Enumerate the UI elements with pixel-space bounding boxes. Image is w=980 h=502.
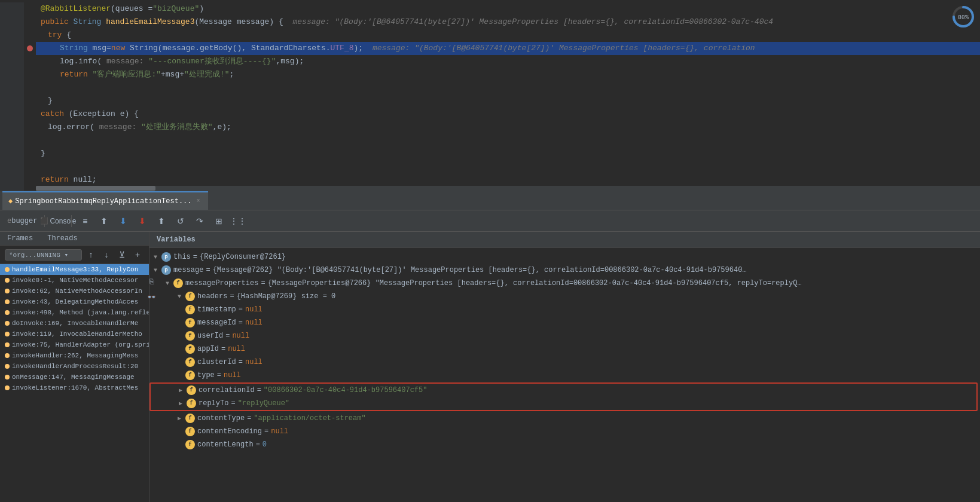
expand-toggle[interactable] <box>175 400 187 407</box>
breakpoint-area <box>24 16 36 29</box>
variable-item[interactable]: f userId = null <box>149 329 980 342</box>
progress-indicator: 80% <box>951 5 975 29</box>
tab-springboot-test[interactable]: ◆ SpringbootRabbitmqReplyApplicationTest… <box>2 191 208 210</box>
tab-close-button[interactable]: × <box>194 197 202 206</box>
frame-list-item[interactable]: invoke:119, InvocableHandlerMetho <box>0 329 149 339</box>
frame-dot <box>5 342 10 347</box>
frame-list-item[interactable]: invoke:498, Method (java.lang.refle <box>0 307 149 318</box>
code-line <box>0 81 980 94</box>
variable-item[interactable]: f contentEncoding = null <box>149 425 980 438</box>
step-out-button[interactable]: ⬇ <box>134 213 151 229</box>
field-icon: f <box>185 427 195 436</box>
field-icon: f <box>187 399 196 408</box>
copy-button[interactable]: ⎘ <box>145 275 158 288</box>
var-name: messageId <box>197 319 236 327</box>
frame-dot <box>5 278 10 283</box>
frame-list-item[interactable]: invoke:75, HandlerAdapter (org.spri <box>0 339 149 350</box>
frame-text: invoke:43, DelegatingMethodAcces <box>12 298 138 305</box>
var-equals: = <box>264 427 268 436</box>
debug-tab-bar: ◆ SpringbootRabbitmqReplyApplicationTest… <box>0 191 980 210</box>
variable-item[interactable]: p this = {ReplyConsumer@7261} <box>149 250 980 264</box>
variable-item[interactable]: f messageProperties = {MessageProperties… <box>149 277 980 290</box>
menu-icon: ≡ <box>83 216 87 226</box>
code-line: catch (Exception e) { <box>0 108 980 121</box>
obj-icon: p <box>161 252 171 262</box>
thread-label: *org...UNNING ▾ <box>9 251 68 259</box>
thread-selector[interactable]: *org...UNNING ▾ <box>5 249 82 261</box>
frame-list-item[interactable]: invoke:62, NativeMethodAccessorIn <box>0 286 149 296</box>
add-button[interactable]: + <box>131 248 144 261</box>
debug-toolbar: ebugger ⬛ Console ≡ ⬆ ⬇ ⬇ ⬆ ↺ ↷ ⊞ <box>0 210 980 232</box>
breakpoint-area <box>24 68 36 81</box>
variable-item[interactable]: f contentLength = 0 <box>149 438 980 451</box>
frames-toolbar: *org...UNNING ▾ ↑ ↓ ⊻ + <box>0 246 149 264</box>
code-line: log.error( message: "处理业务消息失败",e); <box>0 121 980 134</box>
expand-toggle[interactable] <box>173 415 185 422</box>
breakpoint-dot <box>27 45 33 51</box>
frame-list-item[interactable]: invoke0:-1, NativeMethodAccessor <box>0 275 149 286</box>
variable-item[interactable]: f replyTo = "replyQueue" <box>151 397 976 410</box>
code-line: @RabbitListener(queues ="bizQueue") <box>0 2 980 16</box>
breakpoint-area <box>24 2 36 16</box>
variables-label: Variables <box>157 235 196 244</box>
variable-item[interactable]: f headers = {HashMap@7269} size = 0 <box>149 290 980 303</box>
frame-list-item[interactable]: doInvoke:169, InvocableHandlerMe <box>0 318 149 329</box>
var-value: null <box>245 305 262 314</box>
var-value: null <box>228 345 245 353</box>
threads-tab[interactable]: Threads <box>40 232 84 245</box>
var-equals: = <box>221 345 225 353</box>
frame-list-item[interactable]: handleEmailMessage3:33, ReplyCon <box>0 264 149 275</box>
frame-list-item[interactable]: invokeHandlerAndProcessResult:20 <box>0 361 149 372</box>
variable-item[interactable]: f clusterId = null <box>149 356 980 369</box>
variable-item[interactable]: f timestamp = null <box>149 303 980 316</box>
var-name: clusterId <box>197 358 236 366</box>
frame-list-item[interactable]: invoke:43, DelegatingMethodAcces <box>0 296 149 307</box>
horizontal-scrollbar[interactable] <box>36 186 980 191</box>
var-value: {MessageProperties@7266} "MessagePropert… <box>268 279 806 287</box>
filter-button[interactable]: ⊻ <box>115 248 129 261</box>
console-tab[interactable]: ⬛ Console <box>50 213 66 229</box>
step-over-button[interactable]: ⬆ <box>96 213 112 229</box>
variable-item[interactable]: f contentType = "application/octet-strea… <box>149 412 980 425</box>
glasses-button[interactable]: 👓 <box>145 290 158 304</box>
frame-down-button[interactable]: ↓ <box>100 248 113 261</box>
variable-item[interactable]: f type = null <box>149 369 980 382</box>
expand-toggle[interactable] <box>149 254 161 261</box>
frame-list-item[interactable]: invokeListener:1670, AbstractMes <box>0 382 149 393</box>
variable-item[interactable]: f correlationId = "00866302-0a7c-40c4-91… <box>151 384 976 397</box>
field-icon: f <box>185 344 195 354</box>
field-icon: f <box>185 414 195 423</box>
code-content: return "客户端响应消息:"+msg+"处理完成!"; <box>36 68 980 81</box>
code-line: log.info( message: "---consumer接收到消息----… <box>0 55 980 68</box>
var-name: messageProperties <box>185 279 258 287</box>
frame-text: invokeListener:1670, AbstractMes <box>12 384 138 391</box>
line-gutter <box>0 81 24 94</box>
var-value: {HashMap@7269} size = 0 <box>237 292 336 301</box>
frame-list-item[interactable]: onMessage:147, MessagingMessage <box>0 372 149 382</box>
frame-list-item[interactable]: invokeHandler:262, MessagingMess <box>0 350 149 361</box>
variable-item[interactable]: f messageId = null <box>149 316 980 329</box>
frame-up-button[interactable]: ↑ <box>84 248 97 261</box>
expand-toggle[interactable] <box>149 267 161 274</box>
reset-button[interactable]: ↺ <box>172 213 189 229</box>
menu-button[interactable]: ≡ <box>77 213 93 229</box>
frames-panel: Frames Threads *org...UNNING ▾ ↑ ↓ ⊻ + h… <box>0 232 149 502</box>
expand-toggle[interactable] <box>161 280 173 287</box>
scrollbar-thumb[interactable] <box>36 186 155 191</box>
table-view-button[interactable]: ⊞ <box>210 213 227 229</box>
expand-toggle[interactable] <box>175 387 187 394</box>
expand-toggle[interactable] <box>173 293 185 300</box>
frames-tab[interactable]: Frames <box>0 232 40 245</box>
frame-dot <box>5 364 10 369</box>
step-into-button[interactable]: ⬇ <box>115 213 132 229</box>
line-gutter <box>0 55 24 68</box>
evaluate-button[interactable]: ↷ <box>191 213 208 229</box>
obj-icon: p <box>161 265 171 275</box>
more-settings-button[interactable]: ⋮⋮ <box>230 213 246 229</box>
run-to-cursor-button[interactable]: ⬆ <box>153 213 170 229</box>
variable-item[interactable]: f appId = null <box>149 342 980 356</box>
variable-item[interactable]: p message = {Message@7262} "(Body:'[B@64… <box>149 264 980 277</box>
code-line <box>0 160 980 173</box>
field-icon: f <box>185 305 195 314</box>
var-equals: = <box>230 292 234 301</box>
